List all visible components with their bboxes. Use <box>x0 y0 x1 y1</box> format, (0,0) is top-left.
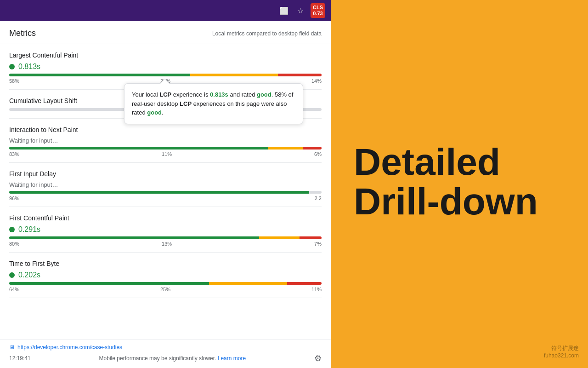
footer-url[interactable]: 🖥 https://developer.chrome.com/case-stud… <box>9 344 322 351</box>
ttfb-labels: 64% 25% 11% <box>9 287 322 292</box>
lcp-bar <box>9 74 322 76</box>
learn-more-link[interactable]: Learn more <box>218 355 246 362</box>
metric-row-fcp: First Contentful Paint 0.291s 80% 13% 7% <box>9 207 322 253</box>
ttfb-bar-good <box>9 282 209 285</box>
metric-name-inp: Interaction to Next Paint <box>9 126 322 133</box>
metric-value-row-fcp: 0.291s <box>9 225 322 234</box>
fcp-dot <box>9 227 15 232</box>
ttfb-value: 0.202s <box>18 271 40 279</box>
right-panel: Detailed Drill-down 符号扩展迷 fuhao321.com <box>331 0 588 368</box>
footer-notice: Mobile performance may be significantly … <box>99 355 246 362</box>
fid-bar-good <box>9 191 309 194</box>
monitor-icon: 🖥 <box>9 344 15 351</box>
cls-badge[interactable]: CLS 0.73 <box>311 3 325 18</box>
popup-header: Metrics Local metrics compared to deskto… <box>0 21 331 44</box>
fcp-labels: 80% 13% 7% <box>9 241 322 247</box>
inp-bar <box>9 147 322 150</box>
fcp-bar-needs-improvement <box>259 236 300 239</box>
inp-bar-good <box>9 147 268 150</box>
fcp-bar-poor <box>300 236 322 239</box>
metric-name-fcp: First Contentful Paint <box>9 214 322 222</box>
star-icon[interactable]: ☆ <box>294 4 307 17</box>
ttfb-dot <box>9 272 15 278</box>
left-panel: ⬜ ☆ CLS 0.73 Metrics Local metrics compa… <box>0 0 331 368</box>
inp-labels: 83% 11% 6% <box>9 151 322 157</box>
cast-icon[interactable]: ⬜ <box>277 4 290 17</box>
fid-waiting: Waiting for input… <box>9 181 322 188</box>
popup-body[interactable]: Largest Contentful Paint 0.813s 58% 28% … <box>0 44 331 339</box>
popup-footer: 🖥 https://developer.chrome.com/case-stud… <box>0 339 331 368</box>
right-title: Detailed Drill-down <box>354 142 538 221</box>
settings-gear-icon[interactable]: ⚙ <box>314 353 322 363</box>
popup-title: Metrics <box>9 29 36 38</box>
lcp-bar-good <box>9 74 190 76</box>
inp-waiting: Waiting for input… <box>9 137 322 144</box>
popup-subtitle: Local metrics compared to desktop field … <box>212 30 322 37</box>
ttfb-bar-poor <box>287 282 322 285</box>
footer-time: 12:19:41 <box>9 355 31 362</box>
metric-value-row-lcp: 0.813s <box>9 63 322 71</box>
footer-bottom: 12:19:41 Mobile performance may be signi… <box>9 353 322 363</box>
metric-name-fid: First Input Delay <box>9 170 322 178</box>
metric-row-fid: First Input Delay Waiting for input… 96%… <box>9 163 322 207</box>
ttfb-bar-needs-improvement <box>209 282 287 285</box>
inp-bar-poor <box>303 147 322 150</box>
chrome-toolbar: ⬜ ☆ CLS 0.73 <box>0 0 331 21</box>
inp-bar-needs-improvement <box>268 147 303 150</box>
metric-row-ttfb: Time to First Byte 0.202s 64% 25% 11% <box>9 253 322 298</box>
lcp-tooltip: Your local LCP experience is 0.813s and … <box>124 83 303 124</box>
watermark: 符号扩展迷 fuhao321.com <box>544 345 579 359</box>
metric-row-inp: Interaction to Next Paint Waiting for in… <box>9 119 322 163</box>
lcp-bar-poor <box>278 74 322 76</box>
fid-labels: 96% 2 2 <box>9 196 322 201</box>
fcp-value: 0.291s <box>18 225 40 234</box>
fcp-bar-good <box>9 236 259 239</box>
fcp-bar <box>9 236 322 239</box>
fid-bar-poor <box>315 191 322 194</box>
ttfb-bar <box>9 282 322 285</box>
metric-name-ttfb: Time to First Byte <box>9 260 322 267</box>
metric-value-row-ttfb: 0.202s <box>9 271 322 279</box>
fid-bar <box>9 191 322 194</box>
metrics-popup: Metrics Local metrics compared to deskto… <box>0 21 331 368</box>
fid-bar-needs-improvement <box>309 191 316 194</box>
lcp-value: 0.813s <box>18 63 40 71</box>
metric-name-lcp: Largest Contentful Paint <box>9 52 322 59</box>
lcp-dot <box>9 64 15 69</box>
lcp-bar-needs-improvement <box>190 74 277 76</box>
